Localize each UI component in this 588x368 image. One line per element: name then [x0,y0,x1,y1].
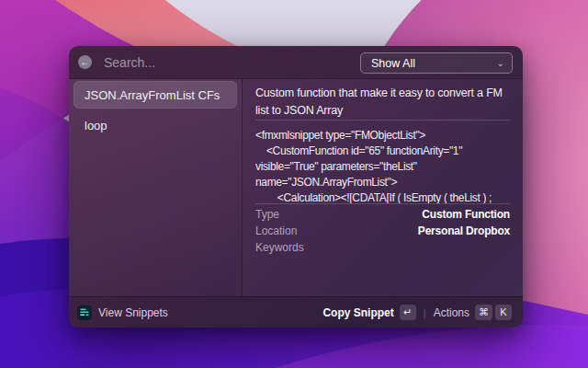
code-line: visible="True" parameters="theList" [255,159,510,175]
meta-row-keywords: Keywords [255,239,510,256]
meta-label: Location [255,224,297,237]
divider [255,203,510,204]
actions-label: Actions [434,306,469,319]
cmd-key-badge: ⌘ [475,305,492,320]
copy-snippet-label: Copy Snippet [322,306,393,319]
snippet-description: Custom function that make it easy to con… [255,79,510,120]
divider [255,120,510,121]
toolbar: ← Search... Show All ⌄ [69,46,523,79]
snippet-list: JSON.ArrayFromList CFs loop [69,79,242,296]
main-content: JSON.ArrayFromList CFs loop Custom funct… [69,79,523,296]
code-line: <CustomFunction id="65" functionArity="1… [255,144,510,159]
meta-value: Personal Dropbox [418,224,510,237]
k-key-badge: K [495,305,512,320]
view-snippets-label: View Snippets [98,306,168,319]
code-line: name="JSON.ArrayFromList"> [255,175,510,190]
meta-row-type: Type Custom Function [255,206,510,223]
snippets-launcher-window: ← Search... Show All ⌄ JSON.ArrayFromLis… [69,46,523,328]
meta-label: Keywords [255,241,304,254]
status-bar: View Snippets Copy Snippet ↵ | Actions ⌘… [69,296,523,328]
snippet-title: JSON.ArrayFromList CFs [85,88,220,102]
statusbar-divider: | [424,307,426,318]
snippet-title: loop [85,119,107,132]
meta-row-location: Location Personal Dropbox [255,223,510,239]
meta-label: Type [255,208,279,221]
actions-button[interactable]: Actions ⌘ K [434,305,512,320]
filter-dropdown-value: Show All [371,57,415,70]
return-key-badge: ↵ [400,305,416,320]
meta-value: Custom Function [422,208,510,221]
sidebar-item-json-arrayfromlist[interactable]: JSON.ArrayFromList CFs [74,81,237,109]
chevron-down-icon: ⌄ [497,59,504,68]
back-arrow-icon: ← [81,58,90,67]
copy-snippet-button[interactable]: Copy Snippet ↵ [322,305,415,320]
code-line: <fmxmlsnippet type="FMObjectList"> [255,128,510,144]
code-line: <Calculation><![CDATA[If ( IsEmpty ( the… [255,190,510,203]
detail-panel: Custom function that make it easy to con… [243,79,523,296]
sidebar-item-loop[interactable]: loop [74,111,237,139]
snippets-app-icon [77,305,92,320]
back-button[interactable]: ← [78,55,92,69]
code-preview[interactable]: <fmxmlsnippet type="FMObjectList"> <Cust… [255,128,510,203]
desktop: ← Search... Show All ⌄ JSON.ArrayFromLis… [0,0,588,368]
metadata-section: Type Custom Function Location Personal D… [255,206,510,256]
filter-dropdown[interactable]: Show All ⌄ [360,52,513,74]
